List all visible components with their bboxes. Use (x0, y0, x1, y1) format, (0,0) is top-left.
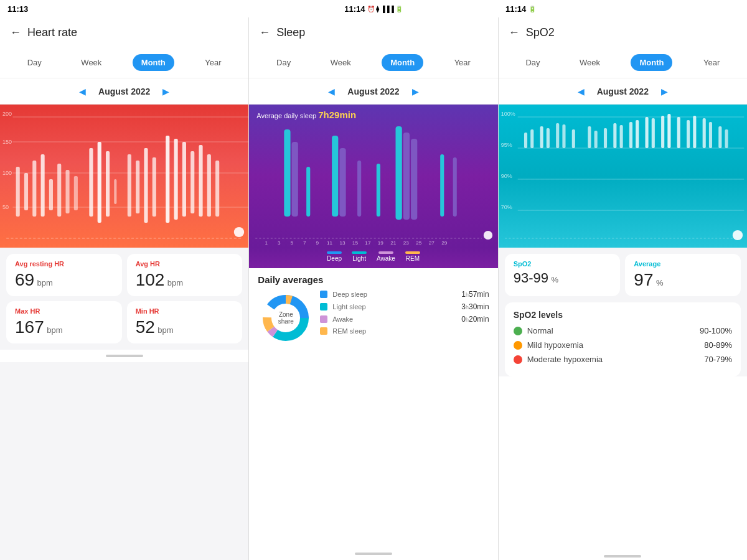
donut-chart: Zone share (258, 290, 314, 346)
svg-rect-87 (702, 118, 705, 148)
hr-chart-svg (0, 105, 248, 248)
sleep-tab-month[interactable]: Month (382, 54, 423, 71)
spo2-y-100: 100% (501, 111, 515, 117)
svg-rect-40 (453, 157, 457, 217)
awake-row: Awake 0h20min (320, 315, 489, 324)
hr-tab-week[interactable]: Week (72, 54, 110, 71)
spo2-avg-card: Average 97 % (625, 254, 741, 296)
svg-point-27 (234, 227, 244, 237)
rem-legend: REM (405, 251, 420, 262)
avg-hr-label: Avg HR (136, 260, 234, 268)
svg-rect-90 (725, 129, 728, 148)
hr-prev-month[interactable]: ◀ (79, 86, 86, 96)
avg-hr-unit: bpm (167, 278, 183, 287)
hr-month-nav: ◀ August 2022 ▶ (0, 78, 248, 105)
hr-home-indicator (0, 350, 248, 362)
spo2-range-label: SpO2 (514, 260, 612, 268)
sleep-breakdown: Deep sleep 1h57min Light sleep 3h30min (320, 290, 489, 335)
deep-dot (327, 251, 342, 254)
svg-rect-29 (284, 129, 291, 217)
sleep-tab-week[interactable]: Week (322, 54, 360, 71)
svg-rect-15 (114, 179, 116, 204)
svg-rect-81 (651, 118, 654, 148)
svg-rect-37 (357, 161, 361, 217)
sleep-prev-month[interactable]: ◀ (328, 86, 335, 96)
spo2-tab-bar: Day Week Month Year (499, 47, 747, 78)
hr-y-100: 100 (2, 170, 12, 176)
daily-averages: Daily averages Zone share (249, 268, 497, 548)
svg-rect-36 (306, 167, 310, 217)
svg-text:9: 9 (316, 240, 319, 246)
sleep-month-label: August 2022 (347, 86, 399, 96)
deep-color (320, 291, 327, 298)
svg-rect-85 (687, 120, 690, 148)
sleep-next-month[interactable]: ▶ (412, 86, 419, 96)
svg-rect-71 (562, 124, 565, 148)
spo2-prev-month[interactable]: ◀ (578, 86, 585, 96)
svg-rect-6 (32, 161, 36, 217)
hr-tab-month[interactable]: Month (133, 54, 174, 71)
spo2-tab-week[interactable]: Week (571, 54, 609, 71)
svg-text:7: 7 (303, 240, 306, 246)
svg-rect-16 (128, 154, 131, 217)
svg-rect-86 (693, 116, 696, 148)
svg-rect-75 (604, 128, 607, 148)
min-hr-card: Min HR 52 bpm (127, 301, 243, 343)
spo2-home-bar (604, 555, 641, 558)
deep-duration: 1h57min (461, 290, 489, 299)
normal-row: Normal 90-100% (514, 326, 732, 335)
sleep-month-nav: ◀ August 2022 ▶ (249, 78, 497, 105)
svg-text:17: 17 (365, 240, 372, 246)
spo2-range-value-container: 93-99 % (514, 270, 612, 286)
spo2-back-arrow[interactable]: ← (509, 26, 520, 39)
battery-icon: 🔋 (395, 6, 403, 12)
svg-rect-22 (182, 142, 186, 217)
max-hr-card: Max HR 167 bpm (6, 301, 122, 343)
spo2-tab-month[interactable]: Month (631, 54, 672, 71)
spo2-tab-year[interactable]: Year (695, 54, 728, 71)
light-type-label: Light sleep (332, 303, 456, 310)
svg-rect-5 (24, 173, 28, 210)
spo2-tab-day[interactable]: Day (517, 54, 548, 71)
spo2-stats: SpO2 93-99 % Average 97 % (499, 248, 747, 302)
sleep-back-arrow[interactable]: ← (259, 26, 270, 39)
svg-rect-33 (396, 126, 402, 220)
svg-rect-74 (594, 131, 597, 148)
svg-rect-34 (403, 133, 410, 220)
min-hr-unit: bpm (157, 325, 173, 335)
sleep-title: Sleep (276, 26, 305, 39)
spo2-avg-unit: % (656, 278, 664, 287)
rem-sleep-row: REM sleep (320, 327, 489, 335)
svg-rect-13 (98, 142, 101, 223)
daily-avg-content: Zone share Deep sleep 1h57min Light slee… (258, 290, 489, 346)
svg-point-56 (484, 231, 492, 240)
light-sleep-row: Light sleep 3h30min (320, 302, 489, 311)
sleep-tab-year[interactable]: Year (446, 54, 479, 71)
svg-rect-79 (636, 120, 639, 148)
svg-rect-19 (153, 157, 156, 217)
svg-text:21: 21 (391, 240, 397, 246)
spo2-next-month[interactable]: ▶ (661, 86, 668, 96)
spo2-chart-svg (499, 105, 747, 248)
hr-tab-day[interactable]: Day (19, 54, 50, 71)
moderate-range: 70-79% (704, 355, 732, 364)
bt-icon: ⧫ (376, 6, 379, 12)
svg-rect-23 (190, 151, 194, 213)
spo2-range-value: 93-99 (514, 270, 548, 286)
signal-icon: ▐▐▐ (380, 6, 393, 12)
hr-stats-grid: Avg resting HR 69 bpm Avg HR 102 bpm Max… (0, 248, 248, 350)
hr-back-arrow[interactable]: ← (10, 26, 21, 39)
hr-tab-bar: Day Week Month Year (0, 47, 248, 78)
avg-hr-value-container: 102 bpm (136, 270, 234, 290)
sleep-tab-bar: Day Week Month Year (249, 47, 497, 78)
light-label: Light (352, 255, 366, 262)
normal-label: Normal (527, 326, 695, 335)
svg-rect-76 (613, 123, 616, 148)
mild-range: 80-89% (704, 340, 732, 350)
svg-text:19: 19 (378, 240, 384, 246)
time-center: 11:14 (344, 4, 365, 14)
sleep-tab-day[interactable]: Day (268, 54, 299, 71)
hr-next-month[interactable]: ▶ (162, 86, 169, 96)
hr-tab-year[interactable]: Year (196, 54, 230, 71)
svg-text:3: 3 (278, 240, 281, 246)
